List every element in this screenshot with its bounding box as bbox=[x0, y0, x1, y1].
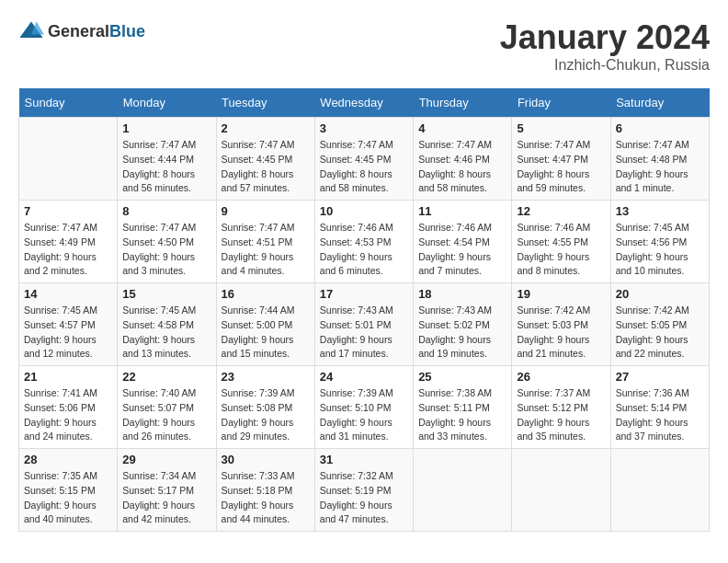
calendar-cell: 3Sunrise: 7:47 AMSunset: 4:45 PMDaylight… bbox=[314, 118, 413, 201]
day-number: 31 bbox=[320, 453, 408, 466]
day-info: Sunrise: 7:45 AMSunset: 4:58 PMDaylight:… bbox=[122, 304, 210, 362]
day-number: 9 bbox=[222, 204, 310, 218]
calendar-row: 7Sunrise: 7:47 AMSunset: 4:49 PMDaylight… bbox=[19, 201, 710, 283]
day-info: Sunrise: 7:42 AMSunset: 5:03 PMDaylight:… bbox=[517, 304, 605, 362]
calendar-cell: 2Sunrise: 7:47 AMSunset: 4:45 PMDaylight… bbox=[216, 118, 314, 201]
header-day: Saturday bbox=[610, 88, 709, 118]
day-info: Sunrise: 7:47 AMSunset: 4:51 PMDaylight:… bbox=[222, 221, 310, 279]
day-info: Sunrise: 7:47 AMSunset: 4:45 PMDaylight:… bbox=[320, 138, 408, 196]
day-info: Sunrise: 7:47 AMSunset: 4:44 PMDaylight:… bbox=[122, 138, 210, 196]
day-info: Sunrise: 7:47 AMSunset: 4:47 PMDaylight:… bbox=[517, 138, 605, 196]
day-info: Sunrise: 7:45 AMSunset: 4:57 PMDaylight:… bbox=[24, 304, 112, 362]
calendar-cell: 24Sunrise: 7:39 AMSunset: 5:10 PMDayligh… bbox=[314, 366, 413, 449]
logo: GeneralBlue bbox=[18, 18, 145, 44]
day-number: 7 bbox=[24, 204, 112, 218]
day-info: Sunrise: 7:47 AMSunset: 4:48 PMDaylight:… bbox=[616, 138, 704, 196]
day-number: 11 bbox=[418, 204, 506, 218]
header-day: Sunday bbox=[19, 88, 118, 118]
calendar-cell: 13Sunrise: 7:45 AMSunset: 4:56 PMDayligh… bbox=[610, 201, 709, 283]
calendar-cell: 5Sunrise: 7:47 AMSunset: 4:47 PMDaylight… bbox=[512, 118, 610, 201]
calendar-cell: 19Sunrise: 7:42 AMSunset: 5:03 PMDayligh… bbox=[512, 283, 610, 366]
calendar-row: 1Sunrise: 7:47 AMSunset: 4:44 PMDaylight… bbox=[19, 118, 710, 201]
sub-title: Inzhich-Chukun, Russia bbox=[500, 57, 710, 74]
day-number: 10 bbox=[320, 204, 408, 218]
day-info: Sunrise: 7:46 AMSunset: 4:53 PMDaylight:… bbox=[320, 221, 408, 279]
calendar-cell: 20Sunrise: 7:42 AMSunset: 5:05 PMDayligh… bbox=[610, 283, 709, 366]
day-number: 3 bbox=[320, 121, 408, 135]
calendar-cell: 31Sunrise: 7:32 AMSunset: 5:19 PMDayligh… bbox=[314, 449, 413, 532]
day-number: 1 bbox=[122, 121, 210, 135]
day-number: 6 bbox=[616, 121, 704, 135]
calendar-cell: 1Sunrise: 7:47 AMSunset: 4:44 PMDaylight… bbox=[118, 118, 216, 201]
calendar-cell: 6Sunrise: 7:47 AMSunset: 4:48 PMDaylight… bbox=[610, 118, 709, 201]
calendar-cell: 27Sunrise: 7:36 AMSunset: 5:14 PMDayligh… bbox=[610, 366, 709, 449]
calendar-cell bbox=[610, 449, 709, 532]
day-info: Sunrise: 7:47 AMSunset: 4:46 PMDaylight:… bbox=[418, 138, 506, 196]
day-info: Sunrise: 7:33 AMSunset: 5:18 PMDaylight:… bbox=[222, 469, 310, 527]
day-info: Sunrise: 7:41 AMSunset: 5:06 PMDaylight:… bbox=[24, 386, 112, 444]
calendar-cell: 12Sunrise: 7:46 AMSunset: 4:55 PMDayligh… bbox=[512, 201, 610, 283]
day-number: 13 bbox=[616, 204, 704, 218]
day-number: 24 bbox=[320, 370, 408, 384]
calendar-row: 21Sunrise: 7:41 AMSunset: 5:06 PMDayligh… bbox=[19, 366, 710, 449]
header-day: Wednesday bbox=[314, 88, 413, 118]
day-number: 30 bbox=[222, 453, 310, 466]
day-info: Sunrise: 7:37 AMSunset: 5:12 PMDaylight:… bbox=[517, 386, 605, 444]
day-number: 28 bbox=[24, 453, 112, 466]
day-number: 21 bbox=[24, 370, 112, 384]
day-info: Sunrise: 7:34 AMSunset: 5:17 PMDaylight:… bbox=[122, 469, 210, 527]
header-day: Monday bbox=[118, 88, 216, 118]
calendar-row: 14Sunrise: 7:45 AMSunset: 4:57 PMDayligh… bbox=[19, 283, 710, 366]
day-info: Sunrise: 7:43 AMSunset: 5:01 PMDaylight:… bbox=[320, 304, 408, 362]
header-day: Friday bbox=[512, 88, 610, 118]
day-info: Sunrise: 7:40 AMSunset: 5:07 PMDaylight:… bbox=[122, 386, 210, 444]
page-header: GeneralBlue January 2024 Inzhich-Chukun,… bbox=[18, 18, 710, 74]
day-number: 18 bbox=[418, 287, 506, 301]
day-info: Sunrise: 7:35 AMSunset: 5:15 PMDaylight:… bbox=[24, 469, 112, 527]
day-info: Sunrise: 7:46 AMSunset: 4:55 PMDaylight:… bbox=[517, 221, 605, 279]
title-section: January 2024 Inzhich-Chukun, Russia bbox=[500, 18, 710, 74]
day-number: 2 bbox=[222, 121, 310, 135]
calendar-cell: 11Sunrise: 7:46 AMSunset: 4:54 PMDayligh… bbox=[414, 201, 512, 283]
calendar-cell: 17Sunrise: 7:43 AMSunset: 5:01 PMDayligh… bbox=[314, 283, 413, 366]
header-row: SundayMondayTuesdayWednesdayThursdayFrid… bbox=[19, 88, 710, 118]
main-title: January 2024 bbox=[500, 18, 710, 57]
calendar-cell: 26Sunrise: 7:37 AMSunset: 5:12 PMDayligh… bbox=[512, 366, 610, 449]
day-info: Sunrise: 7:46 AMSunset: 4:54 PMDaylight:… bbox=[418, 221, 506, 279]
calendar-cell: 10Sunrise: 7:46 AMSunset: 4:53 PMDayligh… bbox=[314, 201, 413, 283]
calendar-cell: 14Sunrise: 7:45 AMSunset: 4:57 PMDayligh… bbox=[19, 283, 118, 366]
day-number: 23 bbox=[222, 370, 310, 384]
day-info: Sunrise: 7:39 AMSunset: 5:10 PMDaylight:… bbox=[320, 386, 408, 444]
day-number: 4 bbox=[418, 121, 506, 135]
day-info: Sunrise: 7:39 AMSunset: 5:08 PMDaylight:… bbox=[222, 386, 310, 444]
day-info: Sunrise: 7:42 AMSunset: 5:05 PMDaylight:… bbox=[616, 304, 704, 362]
calendar-cell bbox=[19, 118, 118, 201]
calendar-cell: 9Sunrise: 7:47 AMSunset: 4:51 PMDaylight… bbox=[216, 201, 314, 283]
logo-general: General bbox=[48, 22, 109, 40]
calendar-cell: 21Sunrise: 7:41 AMSunset: 5:06 PMDayligh… bbox=[19, 366, 118, 449]
day-info: Sunrise: 7:44 AMSunset: 5:00 PMDaylight:… bbox=[222, 304, 310, 362]
day-number: 26 bbox=[517, 370, 605, 384]
day-info: Sunrise: 7:36 AMSunset: 5:14 PMDaylight:… bbox=[616, 386, 704, 444]
calendar-row: 28Sunrise: 7:35 AMSunset: 5:15 PMDayligh… bbox=[19, 449, 710, 532]
calendar-cell: 4Sunrise: 7:47 AMSunset: 4:46 PMDaylight… bbox=[414, 118, 512, 201]
calendar-cell bbox=[512, 449, 610, 532]
day-number: 27 bbox=[616, 370, 704, 384]
day-info: Sunrise: 7:32 AMSunset: 5:19 PMDaylight:… bbox=[320, 469, 408, 527]
day-info: Sunrise: 7:43 AMSunset: 5:02 PMDaylight:… bbox=[418, 304, 506, 362]
logo-icon bbox=[18, 18, 44, 44]
calendar-cell: 22Sunrise: 7:40 AMSunset: 5:07 PMDayligh… bbox=[118, 366, 216, 449]
calendar-table: SundayMondayTuesdayWednesdayThursdayFrid… bbox=[18, 88, 710, 532]
header-day: Thursday bbox=[414, 88, 512, 118]
calendar-cell: 25Sunrise: 7:38 AMSunset: 5:11 PMDayligh… bbox=[414, 366, 512, 449]
day-number: 14 bbox=[24, 287, 112, 301]
calendar-cell: 29Sunrise: 7:34 AMSunset: 5:17 PMDayligh… bbox=[118, 449, 216, 532]
day-number: 22 bbox=[122, 370, 210, 384]
day-number: 12 bbox=[517, 204, 605, 218]
logo-blue: Blue bbox=[109, 22, 145, 40]
header-day: Tuesday bbox=[216, 88, 314, 118]
day-number: 19 bbox=[517, 287, 605, 301]
day-number: 8 bbox=[122, 204, 210, 218]
day-info: Sunrise: 7:47 AMSunset: 4:49 PMDaylight:… bbox=[24, 221, 112, 279]
day-number: 17 bbox=[320, 287, 408, 301]
